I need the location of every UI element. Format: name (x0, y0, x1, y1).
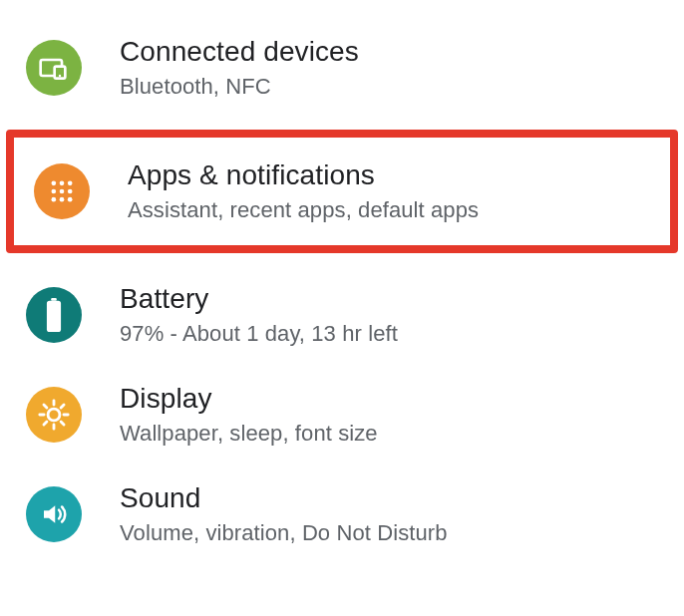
settings-item-subtitle: Volume, vibration, Do Not Disturb (120, 520, 448, 546)
svg-point-2 (59, 75, 61, 77)
svg-point-5 (68, 181, 73, 186)
settings-item-subtitle: Bluetooth, NFC (120, 74, 359, 100)
settings-item-subtitle: Assistant, recent apps, default apps (128, 197, 479, 223)
settings-item-text: Apps & notifications Assistant, recent a… (128, 159, 479, 223)
svg-point-14 (48, 409, 60, 421)
svg-point-10 (60, 197, 65, 202)
settings-list: Connected devices Bluetooth, NFC Apps & … (0, 0, 684, 564)
svg-rect-13 (47, 301, 61, 332)
settings-item-text: Display Wallpaper, sleep, font size (120, 383, 378, 447)
display-icon (26, 387, 82, 443)
settings-item-display[interactable]: Display Wallpaper, sleep, font size (0, 365, 684, 464)
svg-point-3 (52, 181, 57, 186)
settings-item-apps-notifications[interactable]: Apps & notifications Assistant, recent a… (6, 130, 678, 253)
settings-item-subtitle: 97% - About 1 day, 13 hr left (120, 321, 398, 347)
settings-item-text: Sound Volume, vibration, Do Not Disturb (120, 482, 448, 546)
settings-item-subtitle: Wallpaper, sleep, font size (120, 421, 378, 447)
settings-item-title: Connected devices (120, 36, 359, 68)
settings-item-title: Battery (120, 283, 398, 315)
settings-item-title: Display (120, 383, 378, 415)
settings-item-title: Apps & notifications (128, 159, 479, 191)
svg-point-8 (68, 189, 73, 194)
settings-item-text: Battery 97% - About 1 day, 13 hr left (120, 283, 398, 347)
svg-point-11 (68, 197, 73, 202)
svg-point-9 (52, 197, 57, 202)
sound-icon (26, 486, 82, 542)
apps-icon (34, 163, 90, 219)
settings-item-connected-devices[interactable]: Connected devices Bluetooth, NFC (0, 18, 684, 118)
svg-point-6 (52, 189, 57, 194)
settings-item-sound[interactable]: Sound Volume, vibration, Do Not Disturb (0, 464, 684, 564)
svg-rect-12 (51, 298, 57, 301)
battery-icon (26, 287, 82, 343)
settings-item-title: Sound (120, 482, 448, 514)
svg-point-4 (60, 181, 65, 186)
settings-item-battery[interactable]: Battery 97% - About 1 day, 13 hr left (0, 265, 684, 365)
svg-point-7 (60, 189, 65, 194)
devices-icon (26, 40, 82, 96)
settings-item-text: Connected devices Bluetooth, NFC (120, 36, 359, 100)
